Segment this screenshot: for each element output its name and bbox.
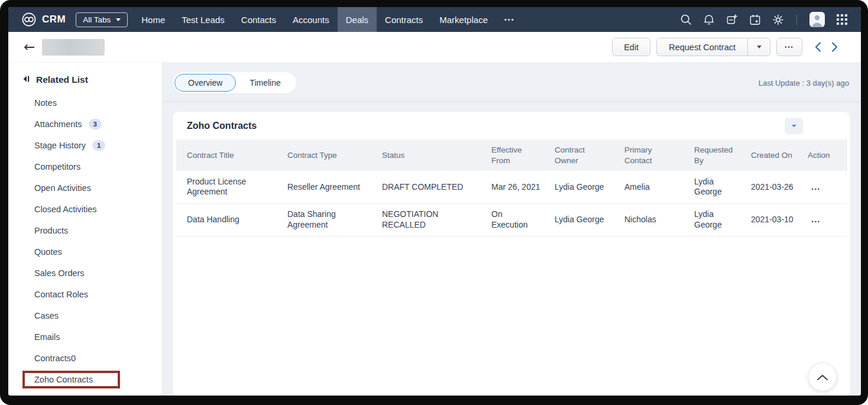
calendar-icon[interactable]: [749, 14, 761, 25]
nav-tab[interactable]: Deals: [338, 7, 377, 32]
more-actions-button[interactable]: •••: [776, 38, 802, 56]
column-header: Contract Owner: [544, 140, 614, 171]
sidebar-item-label: Attachments: [34, 119, 82, 129]
main-content: OverviewTimeline Last Update : 3 day(s) …: [163, 63, 861, 396]
nav-tab-label: Test Leads: [182, 15, 225, 25]
sidebar-item[interactable]: Attachments 3: [22, 114, 162, 135]
nav-tab[interactable]: Test Leads: [173, 7, 233, 32]
sidebar-item[interactable]: Contact Roles: [22, 284, 162, 305]
column-header: Status: [371, 140, 481, 171]
nav-tab-label: Home: [141, 15, 165, 25]
sidebar-item-label: Cases: [34, 311, 59, 320]
cell-primary-contact: Amelia: [614, 171, 684, 203]
view-tab[interactable]: Overview: [174, 74, 236, 92]
sidebar-item[interactable]: Notes: [22, 92, 162, 114]
caret-down-icon: [116, 18, 121, 21]
sidebar-item[interactable]: Contracts0: [22, 348, 162, 369]
cell-contract-title: Product License Agreement: [176, 171, 277, 203]
user-avatar[interactable]: [809, 12, 825, 27]
table-header-row: Contract TitleContract TypeStatusEffecti…: [176, 140, 847, 171]
row-action-button[interactable]: ...: [797, 171, 847, 203]
zoho-logo-icon: [21, 12, 37, 27]
sidebar-item[interactable]: Products: [22, 220, 162, 241]
cell-created-on: 2021-03-10: [740, 203, 797, 236]
quick-create-icon[interactable]: [726, 14, 738, 25]
collapse-panel-icon[interactable]: [22, 74, 30, 85]
sidebar-item[interactable]: Closed Activities: [22, 199, 162, 220]
nav-tab-label: Contacts: [241, 15, 276, 25]
record-title-redacted: [42, 39, 105, 56]
sidebar-item-label: Sales Orders: [34, 268, 85, 278]
scroll-to-top-button[interactable]: [809, 364, 836, 391]
cell-created-on: 2021-03-26: [740, 171, 797, 203]
table-row[interactable]: Data Handling Data Sharing Agreement NEG…: [176, 203, 847, 236]
column-header: Effective From: [481, 140, 544, 171]
sidebar-item-label: Contact Roles: [34, 290, 88, 299]
last-update-text: Last Update : 3 day(s) ago: [759, 79, 849, 88]
sidebar-item[interactable]: Cases: [22, 305, 162, 326]
previous-record-icon[interactable]: [814, 41, 822, 53]
top-navbar: CRM All Tabs HomeTest LeadsContactsAccou…: [8, 7, 861, 32]
view-tab[interactable]: Timeline: [236, 74, 294, 92]
sidebar-item-label: Competitors: [34, 162, 80, 171]
row-action-button[interactable]: ...: [797, 203, 847, 236]
cell-contract-type: Reseller Agreement: [277, 171, 371, 203]
panel-options-button[interactable]: [785, 118, 803, 134]
nav-tab[interactable]: Marketplace: [431, 7, 496, 32]
cell-requested-by: Lydia George: [684, 171, 740, 203]
sidebar-item-label: Products: [34, 226, 68, 235]
cell-contract-type: Data Sharing Agreement: [277, 203, 371, 236]
sidebar-item[interactable]: Emails: [22, 326, 162, 348]
divider: [163, 101, 861, 102]
sidebar-item-label: Contracts0: [34, 354, 76, 363]
all-tabs-dropdown[interactable]: All Tabs: [76, 12, 128, 27]
screenshot-frame: CRM All Tabs HomeTest LeadsContactsAccou…: [0, 0, 868, 405]
notifications-icon[interactable]: [703, 14, 715, 25]
table-body: Product License Agreement Reseller Agree…: [176, 171, 847, 236]
nav-tab[interactable]: Home: [133, 7, 173, 32]
cell-contract-owner: Lydia George: [544, 171, 614, 203]
count-badge: 3: [89, 119, 102, 130]
sidebar-item-label: Zoho Contracts: [22, 371, 120, 388]
sidebar-item[interactable]: Stage History 1: [22, 135, 162, 156]
request-contract-dropdown[interactable]: [747, 38, 770, 56]
settings-icon[interactable]: [772, 14, 784, 25]
nav-tab-label: Deals: [346, 15, 368, 25]
record-actions: Edit Request Contract •••: [612, 38, 838, 56]
sidebar-item-label: Emails: [34, 332, 60, 342]
nav-tab[interactable]: Contracts: [377, 7, 431, 32]
nav-tab-label: Accounts: [293, 15, 329, 25]
view-tab-label: Overview: [188, 78, 222, 88]
apps-grid-icon[interactable]: [836, 14, 848, 25]
view-tab-group: OverviewTimeline: [173, 72, 296, 93]
zoho-contracts-panel: Zoho Contracts Contract TitleContract Ty…: [173, 112, 850, 396]
search-icon[interactable]: [680, 14, 692, 25]
cell-requested-by: Lydia George: [684, 203, 740, 236]
brand[interactable]: CRM: [21, 12, 66, 27]
nav-tab-label: Contracts: [385, 15, 423, 25]
next-record-icon[interactable]: [831, 41, 838, 53]
sidebar-item[interactable]: Quotes: [22, 241, 162, 263]
navbar-actions: [680, 12, 848, 27]
caret-down-icon: [792, 125, 796, 127]
table-row[interactable]: Product License Agreement Reseller Agree…: [176, 171, 847, 203]
sidebar-item-label: Open Activities: [34, 183, 91, 193]
related-list-items: Notes Attachments 3 Stage History 1 Comp…: [22, 92, 162, 390]
view-tabs-row: OverviewTimeline Last Update : 3 day(s) …: [173, 72, 849, 93]
cell-effective-from: On Execution: [481, 203, 544, 236]
divider: [796, 14, 797, 25]
sidebar-item[interactable]: Competitors: [22, 156, 162, 177]
record-header: ← Edit Request Contract •••: [8, 32, 861, 63]
sidebar-item[interactable]: Open Activities: [22, 177, 162, 199]
nav-tab[interactable]: •••: [496, 7, 523, 32]
back-icon[interactable]: ←: [24, 40, 35, 54]
request-contract-button[interactable]: Request Contract: [657, 38, 747, 56]
panel-header: Zoho Contracts: [173, 112, 850, 140]
sidebar-item[interactable]: Zoho Contracts: [22, 369, 162, 390]
column-header: Primary Contact: [614, 140, 684, 171]
nav-tab[interactable]: Contacts: [233, 7, 284, 32]
nav-tab[interactable]: Accounts: [284, 7, 338, 32]
contracts-table: Contract TitleContract TypeStatusEffecti…: [176, 140, 847, 236]
sidebar-item[interactable]: Sales Orders: [22, 263, 162, 284]
edit-button[interactable]: Edit: [612, 38, 650, 56]
